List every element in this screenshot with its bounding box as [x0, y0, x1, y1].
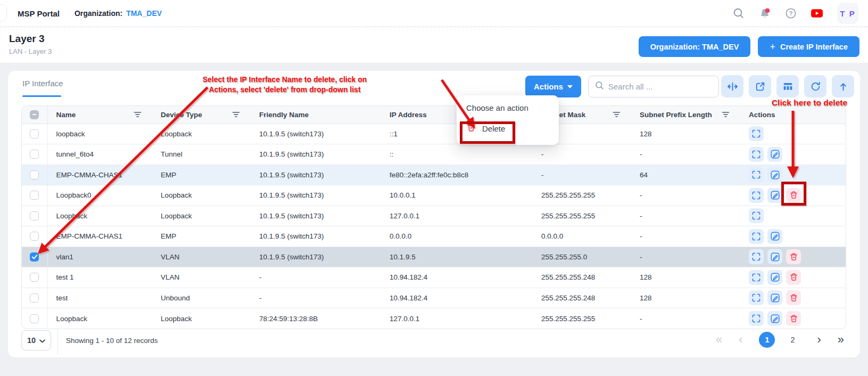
expand-row-button[interactable] [749, 270, 764, 285]
cell-ip: 127.0.0.1 [381, 206, 533, 226]
edit-row-button[interactable] [767, 167, 782, 182]
search-bar[interactable] [588, 76, 719, 97]
ip-interface-table: Name Device Type Friendly Name IP Addres… [21, 105, 846, 329]
sidebar-toggle[interactable] [0, 4, 7, 21]
cell-friendly-name: 10.1.9.5 (switch173) [251, 144, 381, 165]
row-checkbox[interactable] [30, 170, 39, 179]
edit-row-button[interactable] [767, 229, 782, 244]
delete-row-button[interactable] [786, 270, 801, 285]
notifications-bell-icon[interactable] [759, 7, 771, 19]
table-row: loopback Loopback 10.1.9.5 (switch173) :… [22, 124, 846, 144]
search-input[interactable] [608, 82, 712, 91]
open-external-button[interactable] [749, 75, 771, 97]
topbar: MSP Portal Organization: TMA_DEV ? T P [0, 0, 868, 27]
expand-row-button[interactable] [749, 249, 764, 264]
create-ip-interface-button[interactable]: + Create IP Interface [758, 36, 859, 57]
select-all-checkbox[interactable] [30, 110, 39, 119]
col-header-name[interactable]: Name [56, 111, 76, 119]
edit-row-button[interactable] [767, 188, 782, 203]
cell-mask: 255.255.255.0 [533, 247, 631, 267]
delete-row-button[interactable] [786, 249, 801, 264]
cell-prefix: - [631, 226, 740, 247]
cell-prefix: 64 [631, 165, 740, 185]
filter-icon[interactable] [232, 111, 240, 119]
filter-icon[interactable] [613, 111, 621, 119]
cell-friendly-name: - [251, 267, 381, 288]
cell-name: Loopback [47, 308, 152, 329]
row-checkbox[interactable] [30, 191, 39, 200]
prev-page-icon[interactable]: ‹ [739, 334, 742, 346]
tab-ip-interface[interactable]: IP Interface [22, 79, 63, 88]
edit-row-button[interactable] [767, 249, 782, 264]
cell-device-type: EMP [152, 226, 251, 247]
expand-row-button[interactable] [749, 208, 764, 223]
expand-row-button[interactable] [749, 126, 764, 141]
cell-prefix: 128 [631, 288, 740, 308]
columns-button[interactable] [776, 75, 799, 97]
expand-row-button[interactable] [749, 311, 764, 326]
cell-mask: 255.255.255.255 [533, 185, 631, 206]
row-checkbox[interactable] [30, 211, 39, 220]
expand-row-button[interactable] [749, 290, 764, 305]
last-page-icon[interactable]: » [838, 334, 844, 346]
edit-row-button[interactable] [767, 147, 782, 162]
row-checkbox[interactable] [30, 150, 39, 159]
col-header-subnet-prefix-length[interactable]: Subnet Prefix Length [640, 111, 712, 119]
page-number-1[interactable]: 1 [759, 332, 775, 348]
expand-row-button[interactable] [749, 229, 764, 244]
page-size-select[interactable]: 10 [21, 330, 51, 350]
table-row: vlan1 VLAN 10.1.9.5 (switch173) 10.1.9.5… [22, 247, 846, 267]
cell-device-type: EMP [152, 165, 251, 185]
filter-icon[interactable] [722, 111, 730, 119]
next-page-icon[interactable]: › [817, 334, 821, 346]
first-page-icon[interactable]: « [716, 334, 722, 346]
cell-ip: 10.1.9.5 [381, 247, 533, 267]
row-checkbox[interactable] [30, 232, 39, 241]
expand-row-button[interactable] [749, 147, 764, 162]
expand-row-button[interactable] [749, 188, 764, 203]
actions-button[interactable]: Actions [525, 76, 581, 97]
org-value-link[interactable]: TMA_DEV [126, 9, 162, 18]
row-checkbox[interactable] [30, 129, 39, 138]
page-number-2[interactable]: 2 [784, 332, 800, 348]
user-avatar[interactable]: T P [837, 3, 858, 24]
row-checkbox[interactable] [30, 314, 39, 323]
col-header-friendly-name[interactable]: Friendly Name [259, 111, 309, 119]
page-title: Layer 3 [9, 33, 52, 45]
export-button[interactable] [832, 75, 854, 97]
delete-row-button[interactable] [786, 188, 801, 203]
expand-row-button[interactable] [749, 167, 764, 182]
menu-item-delete[interactable]: Delete [457, 119, 559, 137]
cell-device-type: Loopback [152, 185, 251, 206]
edit-row-button[interactable] [767, 270, 782, 285]
cell-mask: - [533, 165, 631, 185]
row-checkbox[interactable] [30, 293, 39, 303]
search-input-icon [595, 81, 604, 92]
edit-row-button[interactable] [767, 290, 782, 305]
table-row: Loopback0 Loopback 10.1.9.5 (switch173) … [22, 185, 846, 206]
edit-row-button[interactable] [767, 311, 782, 326]
page-numbers: 12 [759, 332, 800, 348]
help-icon[interactable]: ? [785, 7, 797, 19]
col-header-ip-address[interactable]: IP Address [390, 111, 427, 119]
app-title: MSP Portal [18, 9, 60, 18]
refresh-button[interactable] [804, 75, 826, 97]
cell-ip: fe80::2efa:a2ff:fe0c:b8c8 [381, 165, 533, 185]
filter-icon[interactable] [134, 111, 142, 119]
fit-columns-button[interactable] [721, 75, 743, 97]
cell-prefix: 128 [631, 124, 740, 144]
row-checkbox[interactable] [30, 273, 39, 282]
caret-down-icon [567, 85, 573, 88]
tab-active-indicator [22, 95, 61, 97]
cell-name: Loopback [47, 206, 152, 226]
row-actions [749, 126, 846, 141]
delete-row-button[interactable] [786, 290, 801, 305]
youtube-icon[interactable] [811, 7, 823, 19]
delete-row-button[interactable] [786, 311, 801, 326]
org-label: Organization: [75, 9, 122, 18]
organization-button[interactable]: Organization: TMA_DEV [639, 36, 751, 57]
row-checkbox[interactable] [30, 252, 39, 261]
search-icon[interactable] [733, 7, 745, 19]
col-header-device-type[interactable]: Device Type [161, 111, 202, 119]
table-row: tunnel_6to4 Tunnel 10.1.9.5 (switch173) … [22, 144, 846, 165]
